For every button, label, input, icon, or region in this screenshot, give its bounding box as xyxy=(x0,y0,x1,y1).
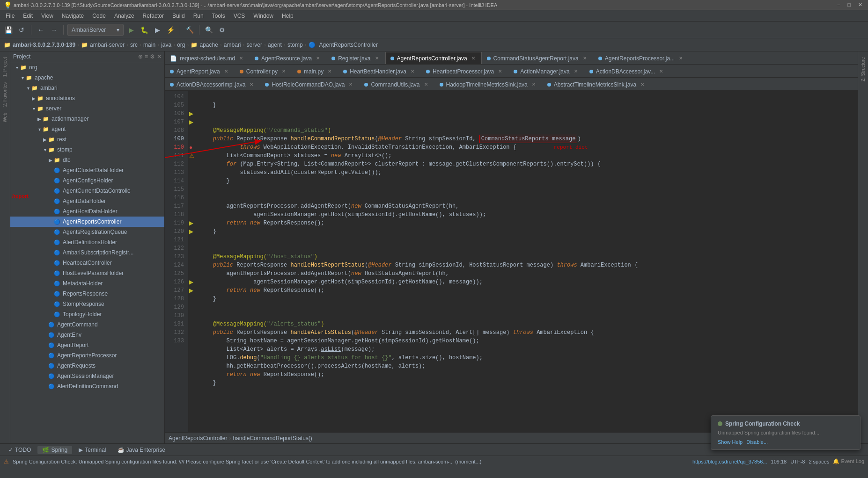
menu-item-navigate[interactable]: Navigate xyxy=(58,12,88,20)
tab-close-CommandUtils[interactable]: ✕ xyxy=(423,81,429,88)
tab-close-Controller-py[interactable]: ✕ xyxy=(280,68,287,75)
build-btn[interactable]: 🔨 xyxy=(184,24,195,36)
menu-item-edit[interactable]: Edit xyxy=(19,12,37,20)
tab-Register[interactable]: Register.java ✕ xyxy=(326,52,385,64)
save-all-btn[interactable]: 💾 xyxy=(3,24,14,36)
menu-item-help[interactable]: Help xyxy=(278,12,297,20)
tree-item-StompResponse[interactable]: 🔵 StompResponse xyxy=(10,299,164,309)
tree-item-AgentEnv[interactable]: 🔵 AgentEnv xyxy=(10,330,164,340)
tab-ActionDBAccessorImpl[interactable]: ActionDBAccessorImpl.java ✕ xyxy=(165,78,260,90)
tree-item-AgentRequests[interactable]: 🔵 AgentRequests xyxy=(10,361,164,371)
tab-CommandUtils[interactable]: CommandUtils.java ✕ xyxy=(359,78,434,90)
tree-item-AgentCurrentDataControlle[interactable]: 🔵 AgentCurrentDataControlle xyxy=(10,186,164,196)
tab-close-main-py[interactable]: ✕ xyxy=(326,68,333,75)
status-link[interactable]: https://blog.csdn.net/qq_37856... xyxy=(692,459,767,464)
tree-item-AgentReportsController[interactable]: 🔵 AgentReportsController xyxy=(10,217,164,227)
menu-item-run[interactable]: Run xyxy=(190,12,207,20)
breadcrumb-root[interactable]: 📁 ambari-3.0.0.2.7.3.0-139 xyxy=(4,42,75,48)
tree-item-AmbariSubscriptionRegistr[interactable]: 🔵 AmbariSubscriptionRegistr... xyxy=(10,247,164,258)
menu-item-vcs[interactable]: VCS xyxy=(230,12,249,20)
structure-tab[interactable]: Z: Structure xyxy=(860,55,867,83)
terminal-tab[interactable]: ▶ Terminal xyxy=(74,446,110,454)
tree-item-ambari[interactable]: ▾ 📁 ambari xyxy=(10,83,164,93)
tree-item-server[interactable]: ▾ 📁 server xyxy=(10,103,164,114)
tab-AgentReportsController[interactable]: AgentReportsController.java ✕ xyxy=(385,52,482,64)
tab-HadoopTimelineMetricsSink[interactable]: HadoopTimelineMetricsSink.java ✕ xyxy=(434,78,542,90)
tab-close-HeartbeatProcessor[interactable]: ✕ xyxy=(497,68,503,75)
tree-item-dto[interactable]: ▶ 📁 dto xyxy=(10,155,164,165)
menu-item-view[interactable]: View xyxy=(37,12,57,20)
menu-item-window[interactable]: Window xyxy=(250,12,277,20)
tree-item-AgentHostDataHolder[interactable]: 🔵 AgentHostDataHolder xyxy=(10,206,164,217)
menu-item-build[interactable]: Build xyxy=(169,12,189,20)
tree-item-AgentCommand[interactable]: 🔵 AgentCommand xyxy=(10,319,164,330)
profile-btn[interactable]: ⚡ xyxy=(165,24,176,36)
tab-close-AbstractTimelineMetricsSink[interactable]: ✕ xyxy=(639,81,646,88)
tab-AgentResource[interactable]: AgentResource.java ✕ xyxy=(250,52,326,64)
tree-item-AgentReport[interactable]: 🔵 AgentReport xyxy=(10,340,164,350)
tab-close-AgentResource[interactable]: ✕ xyxy=(315,55,321,62)
tree-item-actionmanager[interactable]: ▶ 📁 actionmanager xyxy=(10,114,164,124)
menu-item-tools[interactable]: Tools xyxy=(208,12,229,20)
tab-Controller-py[interactable]: Controller.py ✕ xyxy=(235,65,292,77)
tree-item-apache[interactable]: ▾ 📁 apache xyxy=(10,72,164,83)
back-btn[interactable]: ← xyxy=(35,24,46,36)
tab-HeartBeatHandler[interactable]: HeartBeatHandler.java ✕ xyxy=(338,65,421,77)
tree-item-HostLevelParamsHolder[interactable]: 🔵 HostLevelParamsHolder xyxy=(10,268,164,278)
tab-close-HadoopTimelineMetricsSink[interactable]: ✕ xyxy=(530,81,537,88)
tab-close-ARC[interactable]: ✕ xyxy=(470,55,477,62)
web-tab[interactable]: Web xyxy=(1,111,8,124)
code-editor[interactable]: 104 105 106 107 108 109 110 111 112 113 … xyxy=(165,91,858,432)
bottom-bc-method[interactable]: handleCommandReportStatus() xyxy=(233,435,312,442)
tree-item-AgentSessionManager[interactable]: 🔵 AgentSessionManager xyxy=(10,371,164,381)
sync-btn[interactable]: ↺ xyxy=(16,24,27,36)
java-enterprise-tab[interactable]: ☕ Java Enterprise xyxy=(113,446,170,454)
debug-btn[interactable]: 🐛 xyxy=(139,24,150,36)
todo-tab[interactable]: ✓ TODO xyxy=(4,446,36,454)
menu-item-code[interactable]: Code xyxy=(88,12,110,20)
title-bar-controls[interactable]: − □ ✕ xyxy=(835,2,864,8)
tab-CommandStatusAgentReport[interactable]: CommandStatusAgentReport.java ✕ xyxy=(482,52,593,64)
settings-btn[interactable]: ⚙ xyxy=(216,24,228,36)
tab-close-Register[interactable]: ✕ xyxy=(374,55,380,62)
minimize-button[interactable]: − xyxy=(835,2,842,8)
tree-item-AlertDefinitionsHolder[interactable]: 🔵 AlertDefinitionsHolder xyxy=(10,237,164,247)
tab-HostRoleCommandDAO[interactable]: HostRoleCommandDAO.java ✕ xyxy=(260,78,359,90)
coverage-btn[interactable]: ▶ xyxy=(152,24,163,36)
menu-item-analyze[interactable]: Analyze xyxy=(110,12,138,20)
tree-item-AgentReportsProcessor[interactable]: 🔵 AgentReportsProcessor xyxy=(10,350,164,361)
project-tab[interactable]: 1: Project xyxy=(1,55,8,79)
tree-item-agent[interactable]: ▾ 📁 agent xyxy=(10,124,164,134)
bottom-bc-controller[interactable]: AgentReportsController xyxy=(169,435,227,442)
tree-item-ReportsResponse[interactable]: 🔵 ReportsResponse xyxy=(10,289,164,299)
tree-item-AgentClusterDataHolder[interactable]: 🔵 AgentClusterDataHolder xyxy=(10,165,164,175)
tab-close-AgentReport[interactable]: ✕ xyxy=(223,68,229,75)
event-log-icon[interactable]: 🔔 Event Log xyxy=(833,458,864,464)
restore-button[interactable]: □ xyxy=(846,2,853,8)
tab-request-schedules[interactable]: 📄 request-schedules.md ✕ xyxy=(165,52,250,64)
tree-item-AgentsRegistrationQueue[interactable]: 🔵 AgentsRegistrationQueue xyxy=(10,227,164,237)
tab-close-HeartBeatHandler[interactable]: ✕ xyxy=(409,68,416,75)
tree-item-org[interactable]: ▾ 📁 org xyxy=(10,62,164,72)
menu-item-file[interactable]: File xyxy=(2,12,18,20)
tree-item-MetadataHolder[interactable]: 🔵 MetadataHolder xyxy=(10,278,164,289)
tab-AgentReportsProcessor[interactable]: AgentReportsProcessor.ja... ✕ xyxy=(593,52,689,64)
tree-item-AlertDefinitionCommand[interactable]: 🔵 AlertDefinitionCommand xyxy=(10,381,164,391)
code-text[interactable]: } @MessageMapping("/commands_status") pu… xyxy=(196,91,858,432)
tab-close-ARP[interactable]: ✕ xyxy=(677,55,684,62)
tree-item-AgentDataHolder[interactable]: 🔵 AgentDataHolder xyxy=(10,196,164,206)
sidebar-icon3[interactable]: ⚙ xyxy=(150,53,155,60)
tab-HeartbeatProcessor[interactable]: HeartbeatProcessor.java ✕ xyxy=(421,65,508,77)
tab-ActionManager[interactable]: ActionManager.java ✕ xyxy=(508,65,584,77)
tree-item-stomp[interactable]: ▾ 📁 stomp xyxy=(10,145,164,155)
tab-AgentReport[interactable]: AgentReport.java ✕ xyxy=(165,65,235,77)
tree-item-TopologyHolder[interactable]: 🔵 TopologyHolder xyxy=(10,309,164,319)
favorites-tab[interactable]: 2: Favorites xyxy=(1,80,8,109)
tree-item-rest[interactable]: ▶ 📁 rest xyxy=(10,134,164,145)
sidebar-icon4[interactable]: ✕ xyxy=(157,53,162,60)
tree-item-HeartbeatController[interactable]: 🔵 HeartbeatController xyxy=(10,258,164,268)
tab-AbstractTimelineMetricsSink[interactable]: AbstractTimelineMetricsSink.java ✕ xyxy=(542,78,651,90)
tab-ActionDBAccessor[interactable]: ActionDBAccessor.jav... ✕ xyxy=(584,65,670,77)
search-btn[interactable]: 🔍 xyxy=(203,24,214,36)
sidebar-icon1[interactable]: ⊕ xyxy=(138,53,143,60)
